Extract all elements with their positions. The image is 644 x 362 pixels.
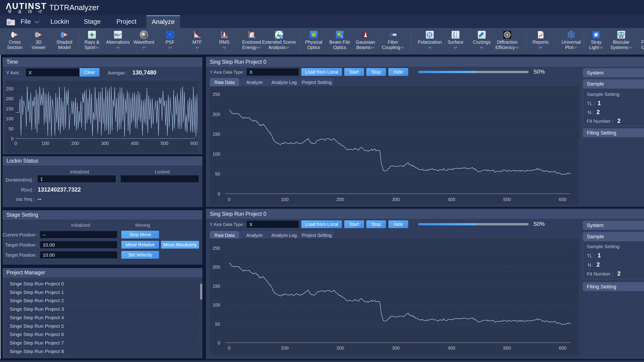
svg-text:250: 250 [6, 86, 14, 91]
svg-text:100: 100 [42, 141, 49, 146]
svg-text:500: 500 [161, 141, 168, 146]
svg-text:400: 400 [131, 141, 138, 146]
svg-text:100: 100 [281, 345, 288, 350]
svg-text:150: 150 [6, 106, 14, 111]
svg-text:0: 0 [228, 345, 230, 350]
svg-text:250: 250 [212, 246, 220, 251]
svg-text:200: 200 [71, 141, 79, 146]
svg-text:0: 0 [11, 136, 14, 141]
svg-text:300: 300 [392, 197, 400, 202]
svg-text:400: 400 [448, 345, 455, 350]
svg-text:200: 200 [212, 112, 220, 117]
svg-text:600: 600 [190, 141, 198, 146]
svg-text:100: 100 [6, 116, 14, 121]
svg-text:100: 100 [281, 197, 288, 202]
svg-text:200: 200 [336, 345, 344, 350]
svg-text:150: 150 [212, 284, 220, 289]
svg-text:500: 500 [503, 345, 511, 350]
svg-text:600: 600 [559, 197, 566, 202]
svg-text:200: 200 [336, 197, 344, 202]
svg-text:0: 0 [218, 191, 220, 196]
svg-text:50: 50 [8, 126, 14, 131]
svg-text:500: 500 [503, 197, 511, 202]
svg-text:250: 250 [212, 92, 220, 97]
svg-text:150: 150 [212, 132, 220, 137]
svg-text:400: 400 [448, 197, 455, 202]
svg-text:200: 200 [212, 264, 220, 269]
svg-text:50: 50 [215, 321, 220, 326]
svg-text:100: 100 [212, 152, 220, 157]
svg-text:100: 100 [212, 302, 220, 307]
svg-text:200: 200 [6, 96, 14, 101]
svg-text:0: 0 [228, 197, 230, 202]
svg-text:600: 600 [559, 345, 566, 350]
svg-text:300: 300 [392, 345, 400, 350]
svg-text:50: 50 [215, 171, 220, 176]
svg-text:0: 0 [218, 340, 220, 345]
svg-text:300: 300 [101, 141, 109, 146]
svg-text:0: 0 [14, 141, 17, 146]
